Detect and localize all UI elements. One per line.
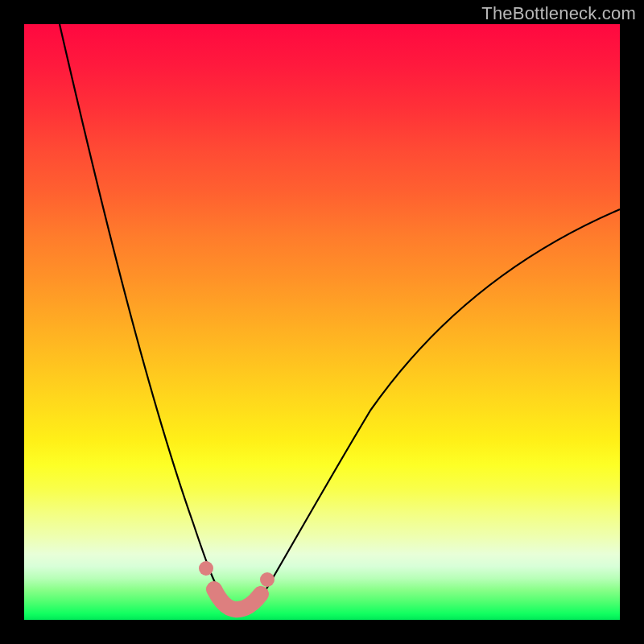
marker-band <box>214 589 261 609</box>
highlight-markers <box>199 561 275 609</box>
bottleneck-curve <box>60 24 620 609</box>
marker-dot <box>199 561 213 576</box>
watermark-label: TheBottleneck.com <box>481 3 636 24</box>
marker-dot <box>260 572 275 587</box>
chart-frame: TheBottleneck.com <box>0 0 644 644</box>
curve-layer <box>24 24 620 620</box>
plot-area <box>24 24 620 620</box>
